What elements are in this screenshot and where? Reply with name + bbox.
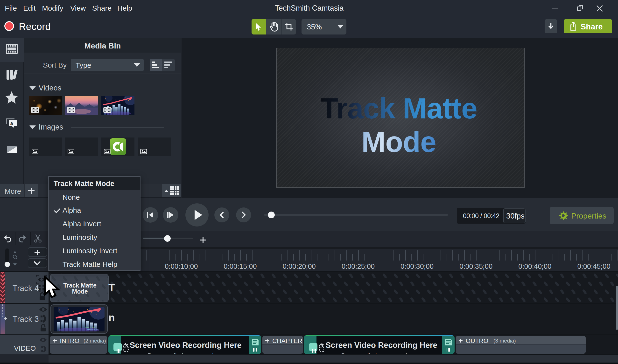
svg-text:May 31 +0.66: May 31 +0.66 bbox=[87, 329, 98, 331]
svg-text:30.00 -1.65% ∨: 30.00 -1.65% ∨ bbox=[85, 326, 97, 328]
svg-text:a: a bbox=[10, 121, 13, 126]
